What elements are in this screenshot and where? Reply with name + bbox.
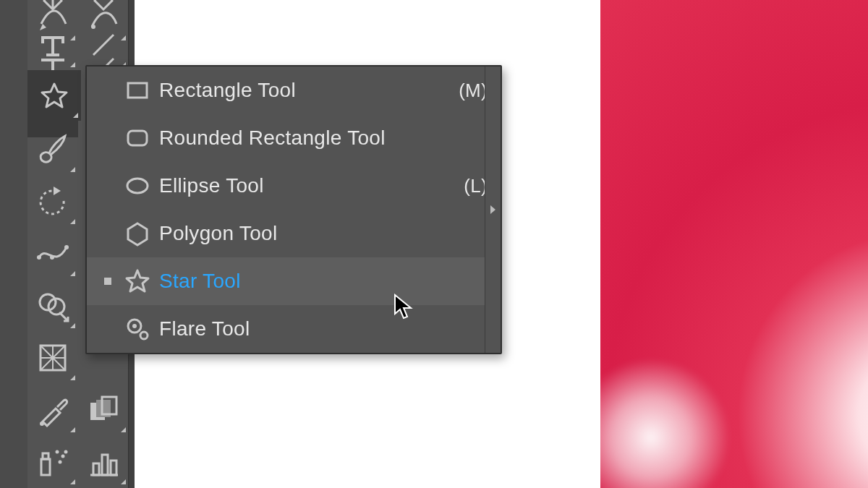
flyout-indicator-icon: [121, 479, 126, 484]
curvature-tool[interactable]: [78, 0, 129, 22]
flyout-indicator-icon: [70, 375, 75, 380]
flyout-item-ellipse[interactable]: Ellipse Tool (L): [87, 162, 501, 210]
mesh-tool[interactable]: [27, 333, 78, 383]
flyout-indicator-icon: [121, 427, 126, 432]
type-tool[interactable]: [27, 20, 78, 70]
svg-rect-20: [111, 461, 116, 475]
svg-point-29: [140, 332, 148, 339]
svg-rect-18: [93, 463, 99, 475]
curvature-icon: [88, 0, 119, 12]
blend-icon: [86, 393, 121, 427]
pen-icon: [37, 0, 69, 12]
flyout-item-rounded-rectangle[interactable]: Rounded Rectangle Tool: [87, 114, 501, 162]
eyedropper-icon: [35, 393, 70, 427]
flyout-item-label: Rounded Rectangle Tool: [156, 127, 480, 150]
flyout-indicator-icon: [70, 62, 75, 67]
line-icon: [88, 29, 119, 61]
flyout-item-label: Rectangle Tool: [156, 79, 451, 102]
ellipse-icon: [119, 173, 156, 199]
flyout-indicator-icon: [70, 219, 75, 224]
pen-tool[interactable]: [27, 0, 78, 22]
warp-icon: [35, 236, 71, 272]
svg-point-14: [56, 450, 59, 454]
flyout-item-star[interactable]: Star Tool: [87, 257, 501, 305]
line-segment-tool[interactable]: [78, 20, 129, 70]
flyout-item-polygon[interactable]: Polygon Tool: [87, 210, 501, 257]
symbol-sprayer-icon: [35, 445, 70, 479]
rotate-tool[interactable]: [27, 176, 78, 227]
star-icon: [38, 80, 70, 111]
flyout-indicator-icon: [73, 113, 78, 118]
shape-builder-icon: [35, 288, 71, 324]
svg-point-16: [59, 461, 62, 464]
warp-tool[interactable]: [27, 228, 78, 279]
star-icon: [119, 268, 156, 294]
flyout-indicator-icon: [70, 167, 75, 172]
eyedropper-tool[interactable]: [27, 385, 78, 435]
flyout-indicator-icon: [70, 427, 75, 432]
blend-tool[interactable]: [78, 385, 129, 435]
app-edge: [0, 0, 27, 488]
svg-point-2: [37, 255, 41, 260]
flyout-item-shortcut: (L): [456, 175, 488, 197]
flare-icon: [119, 316, 156, 342]
svg-point-17: [64, 450, 68, 454]
shape-tool[interactable]: [27, 70, 81, 121]
flyout-indicator-icon: [70, 323, 75, 328]
flyout-item-rectangle[interactable]: Rectangle Tool (M): [87, 67, 501, 114]
svg-rect-23: [128, 83, 147, 98]
mesh-icon: [36, 341, 69, 374]
svg-point-25: [127, 179, 148, 193]
current-tool-marker-icon: [104, 278, 111, 285]
svg-point-15: [61, 455, 65, 458]
column-graph-tool[interactable]: [78, 437, 129, 487]
rectangle-icon: [119, 77, 156, 103]
polygon-icon: [119, 221, 156, 247]
flyout-tearoff-handle[interactable]: [485, 67, 501, 353]
flyout-item-label: Star Tool: [156, 270, 480, 293]
svg-rect-12: [41, 459, 50, 475]
rounded-rectangle-icon: [119, 125, 156, 151]
shape-tool-flyout[interactable]: Rectangle Tool (M) Rounded Rectangle Too…: [85, 65, 502, 354]
svg-rect-19: [102, 455, 108, 475]
chevron-right-icon: [490, 205, 495, 214]
svg-point-3: [64, 245, 69, 249]
flyout-item-label: Flare Tool: [156, 317, 480, 341]
flyout-item-shortcut: (M): [451, 80, 488, 102]
svg-line-21: [93, 35, 114, 55]
flyout-item-label: Ellipse Tool: [156, 174, 456, 197]
paintbrush-tool[interactable]: [27, 124, 78, 175]
canvas-artwork: [600, 0, 868, 488]
flyout-item-flare[interactable]: Flare Tool: [87, 305, 501, 353]
svg-point-28: [132, 324, 137, 328]
column-graph-icon: [86, 445, 121, 479]
flyout-indicator-icon: [70, 271, 75, 276]
svg-rect-24: [128, 131, 147, 145]
rotate-icon: [36, 185, 69, 218]
flyout-item-label: Polygon Tool: [156, 222, 480, 245]
shape-builder-tool[interactable]: [27, 281, 78, 331]
svg-marker-26: [128, 223, 147, 245]
svg-point-8: [40, 421, 44, 426]
type-icon: [37, 29, 69, 61]
svg-rect-13: [43, 453, 48, 459]
symbol-sprayer-tool[interactable]: [27, 437, 78, 487]
flyout-indicator-icon: [70, 479, 75, 484]
svg-point-4: [50, 255, 54, 260]
paintbrush-icon: [35, 132, 71, 168]
